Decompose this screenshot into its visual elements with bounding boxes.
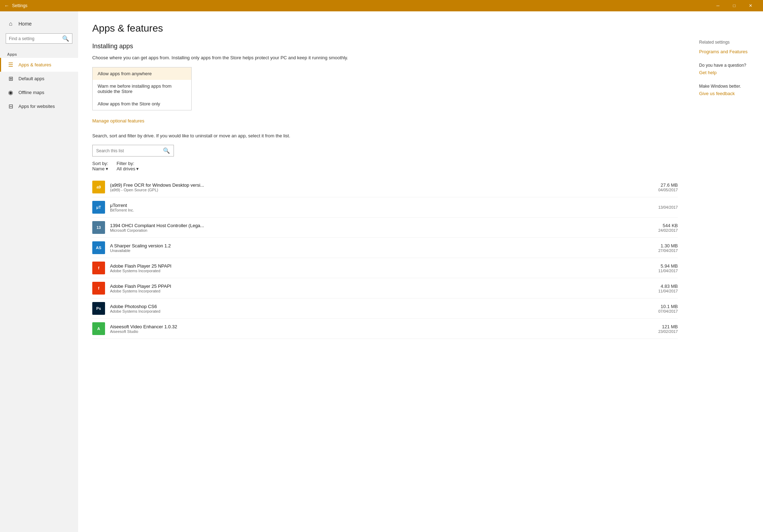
right-panel: Related settings Programs and Features D… [692,11,763,532]
question-section: Do you have a question? Get help [699,63,756,75]
app-name: Adobe Photoshop CS6 [110,304,653,309]
app-info: (a9t9) Free OCR for Windows Desktop vers… [110,182,653,192]
titlebar-title: Settings [12,3,27,8]
feedback-title: Make Windows better. [699,84,756,89]
offline-maps-icon: ◉ [7,89,14,96]
app-search-box[interactable]: 🔍 [92,145,174,157]
app-list-item[interactable]: fAdobe Flash Player 25 PPAPIAdobe System… [92,278,678,298]
filter-label: Filter by: All drives ▾ [116,161,139,171]
app-icon: A [92,322,105,335]
app-name: (a9t9) Free OCR for Windows Desktop vers… [110,182,653,188]
app-source-dropdown[interactable]: Allow apps from anywhere Warn me before … [92,67,192,110]
app-date: 04/05/2017 [658,188,678,192]
app-list-item[interactable]: ASA Sharper Scaling version 1.2Unavailab… [92,238,678,258]
app-list-item[interactable]: a9(a9t9) Free OCR for Windows Desktop ve… [92,177,678,197]
app-size: 4.83 MB [658,284,678,289]
dropdown-option-anywhere[interactable]: Allow apps from anywhere [93,67,191,80]
app-meta: 544 KB24/02/2017 [658,223,678,232]
feedback-section: Make Windows better. Give us feedback [699,84,756,96]
app-size: 5.94 MB [658,263,678,269]
close-button[interactable]: ✕ [742,0,759,11]
app-publisher: Aiseesoft Studio [110,329,653,334]
app-date: 11/04/2017 [658,269,678,273]
app-size: 27.6 MB [658,182,678,188]
app-meta: 27.6 MB04/05/2017 [658,182,678,192]
app-info: Adobe Flash Player 25 PPAPIAdobe Systems… [110,284,653,293]
installing-title: Installing apps [92,43,678,50]
sidebar-item-default-apps[interactable]: ⊞ Default apps [0,72,78,86]
app-publisher: Adobe Systems Incorporated [110,309,653,313]
sidebar-home[interactable]: ⌂ Home [0,17,78,31]
get-help-link[interactable]: Get help [699,70,756,75]
app-size: 121 MB [658,324,678,329]
dropdown-option-warn[interactable]: Warn me before installing apps from outs… [93,80,191,98]
manage-optional-features-link[interactable]: Manage optional features [92,118,144,124]
page-title: Apps & features [92,23,678,34]
filter-dropdown[interactable]: All drives ▾ [116,166,139,171]
app-search-input[interactable] [96,148,163,153]
app-icon: μT [92,201,105,214]
default-apps-icon: ⊞ [7,75,14,82]
maximize-button[interactable]: □ [726,0,742,11]
sidebar-item-offline-maps[interactable]: ◉ Offline maps [0,86,78,99]
sort-filter-bar: Sort by: Name ▾ Filter by: All drives ▾ [92,161,678,171]
app-publisher: Adobe Systems Incorporated [110,269,653,273]
related-settings-section: Related settings Programs and Features [699,40,756,54]
app-publisher: (a9t9) - Open Source (GPL) [110,188,653,192]
app-date: 07/04/2017 [658,309,678,313]
app-info: Aiseesoft Video Enhancer 1.0.32Aiseesoft… [110,324,653,334]
app-size: 10.1 MB [658,304,678,309]
give-feedback-link[interactable]: Give us feedback [699,91,756,96]
app-list-item[interactable]: AAiseesoft Video Enhancer 1.0.32Aiseesof… [92,319,678,339]
app-list-item[interactable]: 131394 OHCI Compliant Host Controller (L… [92,218,678,238]
app-date: 27/04/2017 [658,248,678,253]
sidebar-item-apps-websites[interactable]: ⊟ Apps for websites [0,99,78,113]
app-date: 24/02/2017 [658,228,678,232]
app-list-item[interactable]: μTμTorrentBitTorrent Inc.13/04/2017 [92,197,678,218]
app-icon: f [92,262,105,274]
app-date: 13/04/2017 [658,205,678,209]
app-name: Adobe Flash Player 25 NPAPI [110,263,653,269]
app-list: a9(a9t9) Free OCR for Windows Desktop ve… [92,177,678,339]
sidebar-search-box[interactable]: 🔍 [6,33,72,44]
app-info: 1394 OHCI Compliant Host Controller (Leg… [110,223,653,232]
minimize-button[interactable]: ─ [710,0,726,11]
dropdown-option-store-only[interactable]: Allow apps from the Store only [93,98,191,110]
sort-label: Sort by: Name ▾ [92,161,109,171]
app-list-item[interactable]: PsAdobe Photoshop CS6Adobe Systems Incor… [92,298,678,319]
back-button[interactable]: ← [4,3,9,9]
search-icon: 🔍 [163,147,170,154]
sidebar-search-input[interactable] [9,36,62,41]
app-name: 1394 OHCI Compliant Host Controller (Leg… [110,223,653,228]
installing-desc: Choose where you can get apps from. Inst… [92,54,678,61]
home-icon: ⌂ [7,21,14,27]
app-publisher: BitTorrent Inc. [110,208,653,212]
app-name: Aiseesoft Video Enhancer 1.0.32 [110,324,653,329]
app-publisher: Microsoft Corporation [110,228,653,232]
app-icon: Ps [92,302,105,315]
home-label: Home [18,21,32,27]
app-name: Adobe Flash Player 25 PPAPI [110,284,653,289]
sidebar-section-label: Apps [0,49,78,58]
question-title: Do you have a question? [699,63,756,68]
programs-features-link[interactable]: Programs and Features [699,49,756,54]
sidebar-item-label: Apps for websites [18,104,55,109]
sidebar-item-label: Apps & features [18,62,51,67]
main-content: Apps & features Installing apps Choose w… [78,11,692,532]
app-icon: a9 [92,181,105,193]
app-list-item[interactable]: fAdobe Flash Player 25 NPAPIAdobe System… [92,258,678,278]
list-desc: Search, sort and filter by drive. If you… [92,132,678,139]
sidebar-item-apps-features[interactable]: ☰ Apps & features [0,58,78,72]
app-meta: 4.83 MB11/04/2017 [658,284,678,293]
app-info: A Sharper Scaling version 1.2Unavailable [110,243,653,253]
app-meta: 10.1 MB07/04/2017 [658,304,678,313]
app-name: μTorrent [110,203,653,208]
app-publisher: Adobe Systems Incorporated [110,289,653,293]
app-publisher: Unavailable [110,248,653,253]
app-size: 544 KB [658,223,678,228]
app-meta: 13/04/2017 [658,205,678,209]
sort-dropdown[interactable]: Name ▾ [92,166,109,171]
app-meta: 5.94 MB11/04/2017 [658,263,678,273]
sidebar-item-label: Offline maps [18,90,44,95]
search-icon: 🔍 [62,35,69,42]
